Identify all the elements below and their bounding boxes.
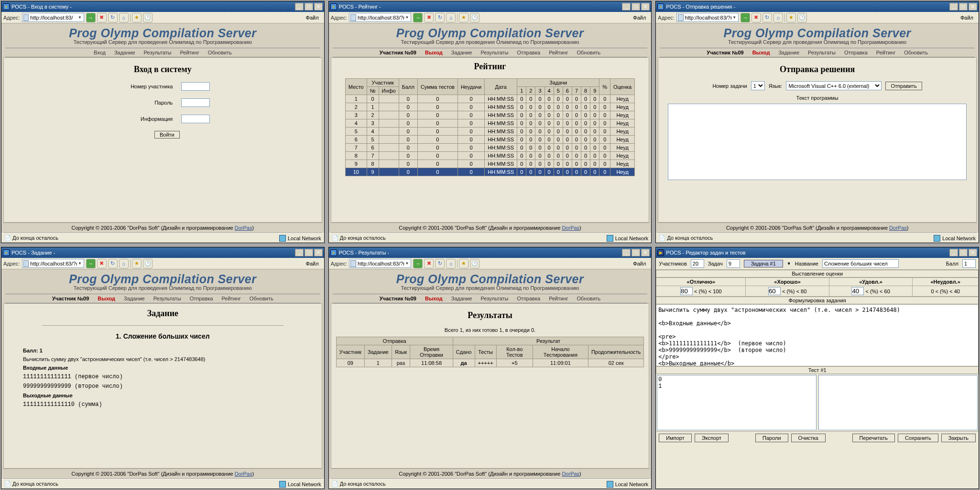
- page-icon: [23, 14, 29, 21]
- editor-buttonbar: Импорт Экспорт Пароли Очистка Перечитать…: [656, 431, 979, 444]
- rating-table: МестоУчастникБаллСумма тестовНеудачиДата…: [345, 78, 635, 176]
- ie-icon: e: [3, 3, 10, 10]
- address-bar: Адрес: ▼ → ✖ ↻ ⌂ ★ 🕑 Файл: [1, 12, 324, 23]
- window-title: POCS - Рейтинг -: [339, 4, 381, 10]
- app-tagline: Тестирующий Сервер для проведения Олимпи…: [5, 39, 320, 45]
- footer-link[interactable]: DorPas: [235, 225, 252, 231]
- address-field[interactable]: ▼: [22, 13, 84, 22]
- nav-results[interactable]: Результаты: [144, 50, 172, 55]
- reread-button[interactable]: Перечитать: [852, 434, 895, 442]
- score-input[interactable]: [962, 259, 976, 268]
- url-input[interactable]: [29, 15, 77, 21]
- problem-textarea[interactable]: Вычислить сумму двух "астрономических чи…: [656, 304, 979, 366]
- nav-rating[interactable]: Рейтинг: [180, 50, 199, 55]
- import-button[interactable]: Импорт: [659, 434, 691, 442]
- titlebar[interactable]: ePOCS - Вход в систему - _ □ ✕: [1, 1, 324, 12]
- maximize-button[interactable]: □: [305, 3, 313, 11]
- participants-input[interactable]: [691, 259, 704, 268]
- address-label: Адрес:: [3, 15, 20, 21]
- home-icon[interactable]: ⌂: [119, 13, 129, 22]
- save-button[interactable]: Сохранить: [898, 434, 938, 442]
- status-bar: 📄 До конца осталось Local Network: [1, 233, 324, 243]
- window-editor: ▶POCS - Редактор задач и тестов _□✕ Учас…: [655, 247, 979, 489]
- clear-button[interactable]: Очистка: [791, 434, 826, 442]
- nav-refresh[interactable]: Обновить: [208, 50, 232, 55]
- window-title: POCS - Вход в систему -: [11, 4, 72, 10]
- refresh-icon[interactable]: ↻: [108, 13, 118, 22]
- chevron-down-icon[interactable]: ▼: [787, 261, 791, 266]
- window-title: POCS - Отправка решения -: [666, 4, 735, 10]
- page-heading: Вход в систему: [9, 64, 317, 75]
- nav-task[interactable]: Задание: [114, 50, 135, 55]
- send-button[interactable]: Отправить: [885, 82, 922, 90]
- minimize-button[interactable]: _: [622, 3, 631, 11]
- grades-table: «Отлично»«Хорошо»«Удовл.»«Неудовл.» < (%…: [656, 277, 979, 297]
- test-input[interactable]: [657, 375, 816, 430]
- stop-icon[interactable]: ✖: [97, 13, 107, 22]
- code-textarea[interactable]: [668, 104, 967, 180]
- task-select-button[interactable]: Задача #1: [744, 260, 783, 267]
- test-output[interactable]: [818, 375, 978, 430]
- editor-topbar: Участников Задач Задача #1 ▼ Название Ба…: [656, 258, 979, 270]
- input-info[interactable]: [181, 115, 210, 123]
- tasks-input[interactable]: [727, 259, 740, 268]
- network-icon: [279, 235, 286, 242]
- lang-select[interactable]: Microsoft Visual C++ 6.0 (external): [786, 81, 882, 90]
- url-input[interactable]: [356, 15, 404, 21]
- window-submit: ePOCS - Отправка решения - _□✕ Адрес: ▼ …: [655, 1, 979, 243]
- minimize-button[interactable]: _: [295, 3, 304, 11]
- maximize-button[interactable]: □: [632, 3, 640, 11]
- close-button[interactable]: ✕: [314, 3, 323, 11]
- task-title: 1. Сложение больших чисел: [23, 332, 303, 340]
- label-password: Пароль: [115, 100, 173, 106]
- close-button[interactable]: ✕: [641, 3, 650, 11]
- nav-login[interactable]: Вход: [94, 50, 106, 55]
- file-menu[interactable]: Файл: [303, 13, 322, 22]
- export-button[interactable]: Экспорт: [695, 434, 729, 442]
- doc-icon: 📄: [4, 235, 11, 241]
- input-password[interactable]: [181, 98, 210, 107]
- input-number[interactable]: [181, 82, 210, 91]
- nav-logout[interactable]: Выход: [425, 50, 443, 55]
- label-number: Номер участника: [115, 84, 173, 89]
- page-body: Вход в систему Номер участника Пароль Ин…: [3, 57, 322, 223]
- favorites-icon[interactable]: ★: [132, 13, 142, 22]
- label-info: Информация: [115, 116, 173, 122]
- task-name-input[interactable]: [822, 259, 899, 268]
- history-icon[interactable]: 🕑: [143, 13, 152, 22]
- results-table: ОтправкаРезультат УчастникЗаданиеЯзыкВре…: [336, 337, 644, 367]
- window-task: ePOCS - Задание - _□✕ Адрес: ▼ →✖↻⌂★🕑 Фа…: [1, 247, 325, 489]
- top-nav: Вход Задание Результаты Рейтинг Обновить: [5, 48, 320, 57]
- window-rating: ePOCS - Рейтинг - _□✕ Адрес: ▼ →✖↻⌂★🕑 Фа…: [328, 1, 652, 243]
- nav-participant: Участник №09: [380, 50, 416, 55]
- passwords-button[interactable]: Пароли: [755, 434, 788, 442]
- task-select[interactable]: 1: [751, 81, 765, 90]
- window-login: ePOCS - Вход в систему - _ □ ✕ Адрес: ▼ …: [1, 1, 325, 243]
- chevron-down-icon[interactable]: ▼: [77, 15, 82, 20]
- window-results: ePOCS - Результаты - _□✕ Адрес: ▼ →✖↻⌂★🕑…: [328, 247, 652, 489]
- app-title: Prog Olymp Compilation Server: [5, 26, 320, 40]
- close-button[interactable]: Закрыть: [941, 434, 976, 442]
- go-button[interactable]: →: [86, 13, 96, 22]
- footer: Copyright © 2001-2006 "DorPas Soft" (Диз…: [3, 223, 322, 233]
- login-button[interactable]: Войти: [154, 131, 180, 138]
